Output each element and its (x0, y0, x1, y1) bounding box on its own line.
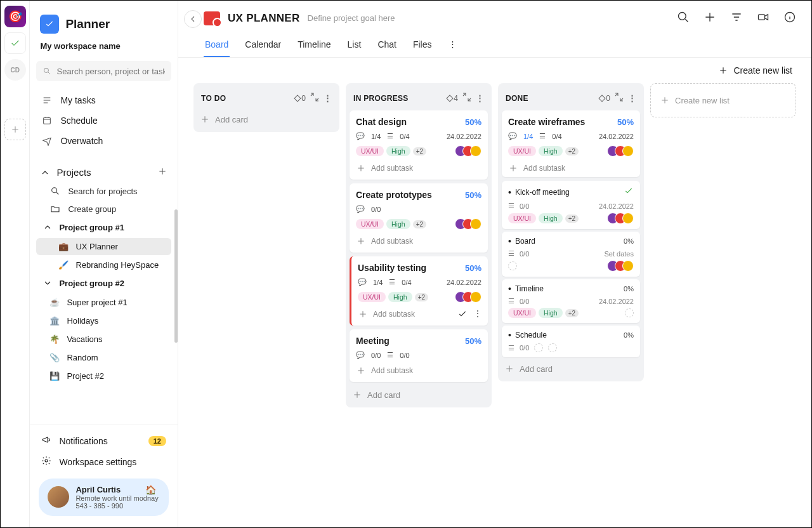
card-usability[interactable]: Usability testing50% 💬1/4 ☰0/4 24.02.202… (350, 256, 488, 326)
project-title: UX PLANNER (228, 12, 300, 25)
rail-app-cd[interactable]: CD (4, 59, 26, 81)
search-button[interactable] (677, 11, 690, 25)
create-new-list-column[interactable]: Create new list (650, 83, 796, 117)
svg-point-3 (45, 459, 48, 462)
search-input[interactable] (57, 67, 165, 76)
project-group-2[interactable]: Project group #2 (36, 274, 171, 293)
project-group-1[interactable]: Project group #1 (36, 218, 171, 237)
nav-notifications[interactable]: Notifications 12 (36, 430, 171, 451)
tag-uxui: UX/UI (356, 146, 384, 156)
collapse-sidebar-button[interactable] (184, 10, 202, 28)
collapse-column-icon[interactable] (462, 92, 472, 104)
nav-settings[interactable]: Workspace settings (36, 451, 171, 472)
video-button[interactable] (757, 11, 769, 25)
add-project-icon[interactable] (157, 166, 167, 178)
subcard-timeline[interactable]: •Timeline0% ☰0/024.02.2022 UX/UI High +2 (502, 279, 640, 323)
svg-point-0 (44, 68, 49, 72)
column-inprogress: IN PROGRESS 4 ⋮ Chat design50% 💬1/4 ☰0/4… (346, 83, 492, 407)
column-more-icon[interactable]: ⋮ (476, 93, 484, 103)
add-assignee-icon[interactable] (625, 308, 634, 317)
add-subtask[interactable]: Add subtask (356, 366, 481, 376)
project-random[interactable]: 📎 Random (36, 349, 171, 366)
tag-more: +2 (565, 309, 579, 317)
nav-label: My tasks (60, 95, 95, 105)
comments-icon: 💬 (356, 205, 365, 213)
svg-point-4 (679, 13, 686, 20)
user-phone: 543 - 385 - 990 (75, 502, 158, 510)
add-card-todo[interactable]: Add card (197, 110, 336, 128)
check-icon[interactable] (457, 309, 468, 319)
card-wireframes[interactable]: Create wireframes50% 💬1/4 ☰0/4 24.02.202… (502, 110, 640, 177)
diamond-icon (599, 95, 606, 102)
card-more-icon[interactable]: ⋮ (474, 309, 481, 319)
add-card-done[interactable]: Add card (502, 360, 640, 378)
add-subtask[interactable]: Add subtask (356, 163, 481, 173)
plus-icon (200, 114, 210, 124)
project-2[interactable]: 💾 Project #2 (36, 367, 171, 385)
add-tag-icon[interactable] (534, 343, 543, 352)
tab-files[interactable]: Files (412, 34, 433, 57)
add-button[interactable] (704, 11, 716, 25)
add-assignee-icon[interactable] (548, 343, 557, 352)
svg-point-2 (52, 188, 57, 193)
tab-chat[interactable]: Chat (376, 34, 398, 57)
tab-timeline[interactable]: Timeline (296, 34, 332, 57)
create-group[interactable]: Create group (36, 200, 171, 218)
project-super[interactable]: ☕ Super project #1 (36, 294, 171, 311)
nav-schedule[interactable]: Schedule (36, 110, 171, 131)
project-vacations[interactable]: 🌴 Vacations (36, 331, 171, 348)
logo-icon (40, 15, 59, 34)
tab-list[interactable]: List (346, 34, 363, 57)
tag-high: High (539, 146, 563, 156)
project-goal[interactable]: Define project goal here (308, 13, 395, 23)
rail-app-check[interactable] (4, 32, 26, 54)
tab-calendar[interactable]: Calendar (244, 34, 282, 57)
collapse-column-icon[interactable] (614, 92, 624, 104)
add-card-inprogress[interactable]: Add card (350, 386, 488, 404)
chevron-up-icon (43, 222, 53, 232)
diamond-icon (294, 95, 301, 102)
search-projects[interactable]: Search for projects (36, 182, 171, 200)
rail-add-workspace[interactable] (4, 119, 26, 140)
nav-my-tasks[interactable]: My tasks (36, 90, 171, 110)
project-ux-planner[interactable]: 💼 UX Planner (36, 238, 171, 255)
subcard-schedule[interactable]: •Schedule0% ☰0/0 (502, 326, 640, 357)
search-icon (50, 186, 60, 196)
filter-button[interactable] (730, 11, 743, 25)
subcard-kickoff[interactable]: •Kick-off meeting ☰0/024.02.2022 UX/UI H… (502, 181, 640, 229)
add-tag-icon[interactable] (508, 261, 517, 270)
collapse-column-icon[interactable] (310, 92, 320, 104)
add-subtask[interactable]: Add subtask ⋮ (358, 309, 481, 319)
comments-icon: 💬 (356, 351, 365, 359)
check-icon (624, 186, 634, 198)
plus-icon (504, 364, 514, 374)
add-subtask[interactable]: Add subtask (508, 163, 634, 173)
rail-app-darts[interactable]: 🎯 (4, 6, 26, 27)
user-card[interactable]: April Curtis Remote work until modnay 54… (39, 478, 169, 516)
column-title: IN PROGRESS (353, 94, 409, 103)
column-title: TO DO (201, 94, 226, 103)
tab-more[interactable]: ⋮ (447, 34, 458, 57)
tab-board[interactable]: Board (204, 34, 230, 57)
project-holidays[interactable]: 🏛️ Holidays (36, 312, 171, 329)
info-button[interactable] (783, 11, 796, 25)
tag-more: +2 (565, 214, 579, 223)
nav-overwatch[interactable]: Overwatch (36, 131, 171, 151)
search-box[interactable] (36, 61, 171, 81)
create-new-list-button[interactable]: Create new list (718, 65, 792, 76)
tag-more: +2 (413, 220, 426, 228)
tag-high: High (386, 146, 410, 156)
projects-header[interactable]: Projects (36, 162, 171, 182)
column-more-icon[interactable]: ⋮ (628, 93, 636, 103)
assignees (455, 218, 481, 230)
project-rebranding[interactable]: 🖌️ Rebranding HeySpace (36, 256, 171, 274)
plus-icon (718, 65, 728, 76)
card-chat-design[interactable]: Chat design50% 💬1/4 ☰0/4 24.02.2022 UX/U… (350, 110, 488, 180)
card-meeting[interactable]: Meeting50% 💬0/0 ☰0/0 Add subtask (350, 329, 488, 382)
card-prototypes[interactable]: Create prototypes50% 💬0/0 UX/UI High +2 … (350, 183, 488, 253)
snow-icon: 🏛️ (49, 316, 60, 326)
add-subtask[interactable]: Add subtask (356, 236, 481, 246)
subcard-board[interactable]: •Board0% ☰0/0Set dates (502, 232, 640, 277)
scrollbar[interactable] (174, 209, 178, 343)
column-more-icon[interactable]: ⋮ (324, 93, 332, 103)
